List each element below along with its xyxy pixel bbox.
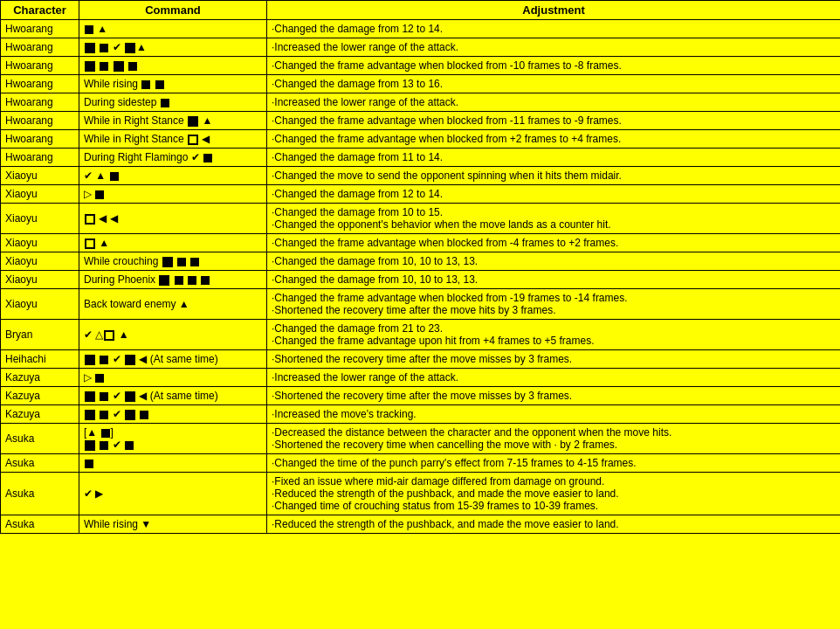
cell-character: Hwoarang bbox=[1, 112, 79, 130]
cell-command: ▲ bbox=[79, 20, 267, 38]
cell-command: ✔ ▲ bbox=[79, 38, 267, 57]
cell-command: ✔ ◀ (At same time) bbox=[79, 350, 267, 369]
dot-icon bbox=[101, 429, 110, 438]
dot-icon bbox=[128, 62, 137, 71]
up-arrow-icon: ▲ bbox=[179, 298, 189, 310]
cell-character: Hwoarang bbox=[1, 93, 79, 112]
cell-command: ▷ bbox=[79, 369, 267, 387]
cell-command: ✔ ◀ (At same time) bbox=[79, 387, 267, 405]
rect-icon bbox=[159, 275, 169, 286]
cell-adjustment: ·Changed the damage from 10 to 15.·Chang… bbox=[267, 204, 841, 234]
table-row: XiaoyuWhile crouching ·Changed the damag… bbox=[1, 252, 841, 271]
cell-character: Hwoarang bbox=[1, 57, 79, 75]
dot-icon bbox=[203, 154, 212, 162]
dot-icon bbox=[161, 99, 169, 107]
table-row: Kazuya ✔ ·Increased the move's tracking. bbox=[1, 405, 841, 424]
cell-character: Xiaoyu bbox=[1, 252, 79, 271]
dot-icon bbox=[100, 411, 108, 419]
cell-adjustment: ·Changed the damage from 10, 10 to 13, 1… bbox=[267, 252, 841, 271]
header-command: Command bbox=[79, 1, 267, 20]
dot-icon bbox=[175, 276, 183, 285]
dot-icon bbox=[100, 392, 108, 401]
table-row: Xiaoyu ▲·Changed the frame advantage whe… bbox=[1, 234, 841, 252]
table-row: XiaoyuBack toward enemy ▲·Changed the fr… bbox=[1, 289, 841, 320]
cell-adjustment: ·Changed the frame advantage when blocke… bbox=[267, 112, 841, 130]
rect-outline-icon bbox=[188, 135, 198, 145]
rect-icon bbox=[85, 391, 95, 402]
cell-character: Heihachi bbox=[1, 350, 79, 369]
tri-icon: △ bbox=[95, 328, 103, 341]
cell-character: Xiaoyu bbox=[1, 271, 79, 289]
cell-character: Asuka bbox=[1, 473, 79, 515]
cell-command: While in Right Stance ▲ bbox=[79, 112, 267, 130]
cell-adjustment: ·Changed the time of the punch parry's e… bbox=[267, 454, 841, 473]
dot-icon bbox=[100, 62, 108, 71]
cell-adjustment: ·Changed the move to send the opponent s… bbox=[267, 167, 841, 185]
dot-icon bbox=[190, 258, 199, 266]
table-row: Xiaoyu✔ ▲ ·Changed the move to send the … bbox=[1, 167, 841, 185]
cell-command: Back toward enemy ▲ bbox=[79, 289, 267, 320]
dot-icon bbox=[177, 258, 186, 266]
check-icon: ✔ bbox=[84, 328, 93, 341]
up-arrow-icon: ▲ bbox=[99, 237, 109, 249]
check-icon: ✔ bbox=[113, 439, 121, 451]
cell-adjustment: ·Changed the damage from 10, 10 to 13, 1… bbox=[267, 271, 841, 289]
cell-command: ▷ bbox=[79, 185, 267, 204]
cell-adjustment: ·Changed the damage from 13 to 16. bbox=[267, 75, 841, 93]
rect-outline-icon bbox=[85, 214, 95, 225]
cell-character: Hwoarang bbox=[1, 130, 79, 149]
up-arrow-icon: ▲ bbox=[119, 328, 129, 341]
table-row: AsukaWhile rising ▼·Reduced the strength… bbox=[1, 515, 841, 534]
cell-adjustment: ·Fixed an issue where mid-air damage dif… bbox=[267, 473, 841, 515]
dot-icon bbox=[155, 80, 164, 89]
cell-command: ✔ ▶ bbox=[79, 473, 267, 515]
cell-command: While rising bbox=[79, 75, 267, 93]
cell-command: While rising ▼ bbox=[79, 515, 267, 534]
cell-adjustment: ·Changed the frame advantage when blocke… bbox=[267, 234, 841, 252]
rect-outline-icon bbox=[85, 238, 95, 249]
left-arrow-icon: ◀ bbox=[202, 133, 210, 145]
up-arrow-icon: ▲ bbox=[86, 426, 97, 439]
cell-command: [▲ ] ✔ bbox=[79, 424, 267, 454]
right-small-arrow-icon: ▶ bbox=[95, 487, 103, 500]
dot-icon bbox=[100, 356, 108, 364]
rect-icon bbox=[85, 43, 95, 53]
left-arrow-icon: ◀ bbox=[139, 390, 147, 402]
up-arrow-icon: ▲ bbox=[95, 169, 106, 182]
cell-adjustment: ·Increased the lower range of the attack… bbox=[267, 369, 841, 387]
cell-character: Hwoarang bbox=[1, 75, 79, 93]
cell-character: Xiaoyu bbox=[1, 204, 79, 234]
cell-adjustment: ·Shortened the recovery time after the m… bbox=[267, 350, 841, 369]
check-icon: ✔ bbox=[84, 487, 93, 500]
table-row: HwoarangWhile rising ·Changed the damage… bbox=[1, 75, 841, 93]
cell-command: During sidestep bbox=[79, 93, 267, 112]
cell-adjustment: ·Changed the frame advantage when blocke… bbox=[267, 130, 841, 149]
cell-character: Hwoarang bbox=[1, 149, 79, 167]
rect-icon bbox=[85, 440, 95, 451]
table-row: Kazuya ✔ ◀ (At same time)·Shortened the … bbox=[1, 387, 841, 405]
cell-command: During Phoenix bbox=[79, 271, 267, 289]
rect-icon bbox=[125, 391, 135, 402]
cell-command: ✔ △ ▲ bbox=[79, 320, 267, 350]
cell-adjustment: ·Changed the damage from 12 to 14. bbox=[267, 185, 841, 204]
dot-icon bbox=[100, 441, 108, 450]
rect-outline-icon bbox=[104, 330, 114, 341]
dot-icon bbox=[85, 25, 93, 34]
check-icon: ✔ bbox=[113, 41, 121, 53]
table-row: HwoarangDuring Right Flamingo ✔ ·Changed… bbox=[1, 149, 841, 167]
cell-command: ▲ bbox=[79, 234, 267, 252]
dot-icon bbox=[140, 411, 148, 419]
up-arrow-icon: ▲ bbox=[97, 23, 107, 35]
cell-adjustment: ·Reduced the strength of the pushback, a… bbox=[267, 515, 841, 534]
cell-character: Xiaoyu bbox=[1, 289, 79, 320]
cell-command: While in Right Stance ◀ bbox=[79, 130, 267, 149]
cell-command: ◀ ◀ bbox=[79, 204, 267, 234]
dot-icon bbox=[188, 276, 196, 285]
cell-character: Hwoarang bbox=[1, 20, 79, 38]
check-icon: ✔ bbox=[84, 169, 93, 182]
cell-adjustment: ·Increased the move's tracking. bbox=[267, 405, 841, 424]
cell-command: ✔ ▲ bbox=[79, 167, 267, 185]
dot-icon bbox=[95, 190, 104, 199]
cell-command bbox=[79, 454, 267, 473]
cell-adjustment: ·Changed the frame advantage when blocke… bbox=[267, 57, 841, 75]
